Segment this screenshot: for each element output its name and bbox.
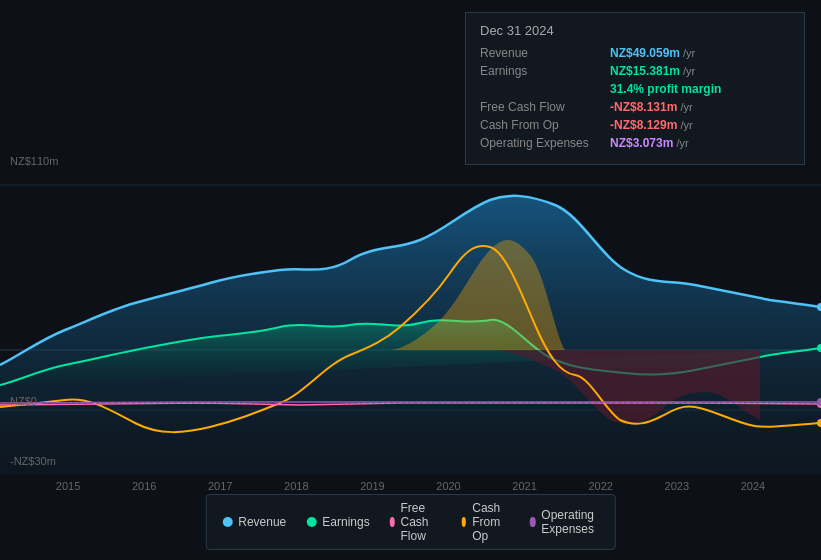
profit-margin-row: 31.4% profit margin	[480, 82, 790, 96]
x-label-2021: 2021	[512, 480, 536, 492]
legend-dot-opex	[530, 517, 535, 527]
info-box: Dec 31 2024 Revenue NZ$49.059m /yr Earni…	[465, 12, 805, 165]
opex-label: Operating Expenses	[480, 136, 610, 150]
chart-svg	[0, 155, 821, 475]
profit-margin-badge: 31.4% profit margin	[610, 82, 721, 96]
cfo-row: Cash From Op -NZ$8.129m /yr	[480, 118, 790, 132]
legend-cfo[interactable]: Cash From Op	[461, 501, 510, 543]
legend-opex[interactable]: Operating Expenses	[530, 508, 599, 536]
x-label-2015: 2015	[56, 480, 80, 492]
legend-label-fcf: Free Cash Flow	[401, 501, 442, 543]
earnings-value: NZ$15.381m	[610, 64, 680, 78]
revenue-unit: /yr	[683, 47, 695, 59]
fcf-unit: /yr	[680, 101, 692, 113]
fcf-label: Free Cash Flow	[480, 100, 610, 114]
legend-label-earnings: Earnings	[322, 515, 369, 529]
legend-earnings[interactable]: Earnings	[306, 515, 369, 529]
legend-label-cfo: Cash From Op	[472, 501, 510, 543]
x-label-2018: 2018	[284, 480, 308, 492]
chart-container: Dec 31 2024 Revenue NZ$49.059m /yr Earni…	[0, 0, 821, 560]
x-label-2020: 2020	[436, 480, 460, 492]
legend-dot-revenue	[222, 517, 232, 527]
y-label-zero: NZ$0	[10, 395, 37, 407]
info-box-title: Dec 31 2024	[480, 23, 790, 38]
x-label-2017: 2017	[208, 480, 232, 492]
opex-value: NZ$3.073m	[610, 136, 673, 150]
legend-fcf[interactable]: Free Cash Flow	[390, 501, 442, 543]
revenue-row: Revenue NZ$49.059m /yr	[480, 46, 790, 60]
legend-dot-fcf	[390, 517, 395, 527]
cfo-label: Cash From Op	[480, 118, 610, 132]
opex-row: Operating Expenses NZ$3.073m /yr	[480, 136, 790, 150]
x-label-2024: 2024	[741, 480, 765, 492]
y-label-negative: -NZ$30m	[10, 455, 56, 467]
x-label-2023: 2023	[665, 480, 689, 492]
x-label-2016: 2016	[132, 480, 156, 492]
opex-unit: /yr	[676, 137, 688, 149]
legend-dot-cfo	[461, 517, 466, 527]
x-axis: 2015 2016 2017 2018 2019 2020 2021 2022 …	[0, 480, 821, 492]
x-label-2019: 2019	[360, 480, 384, 492]
legend-dot-earnings	[306, 517, 316, 527]
legend-label-revenue: Revenue	[238, 515, 286, 529]
cfo-unit: /yr	[680, 119, 692, 131]
fcf-value: -NZ$8.131m	[610, 100, 677, 114]
earnings-row: Earnings NZ$15.381m /yr	[480, 64, 790, 78]
earnings-label: Earnings	[480, 64, 610, 78]
cfo-value: -NZ$8.129m	[610, 118, 677, 132]
x-label-2022: 2022	[588, 480, 612, 492]
earnings-unit: /yr	[683, 65, 695, 77]
revenue-value: NZ$49.059m	[610, 46, 680, 60]
legend-label-opex: Operating Expenses	[541, 508, 598, 536]
legend-revenue[interactable]: Revenue	[222, 515, 286, 529]
chart-legend: Revenue Earnings Free Cash Flow Cash Fro…	[205, 494, 616, 550]
revenue-label: Revenue	[480, 46, 610, 60]
fcf-row: Free Cash Flow -NZ$8.131m /yr	[480, 100, 790, 114]
